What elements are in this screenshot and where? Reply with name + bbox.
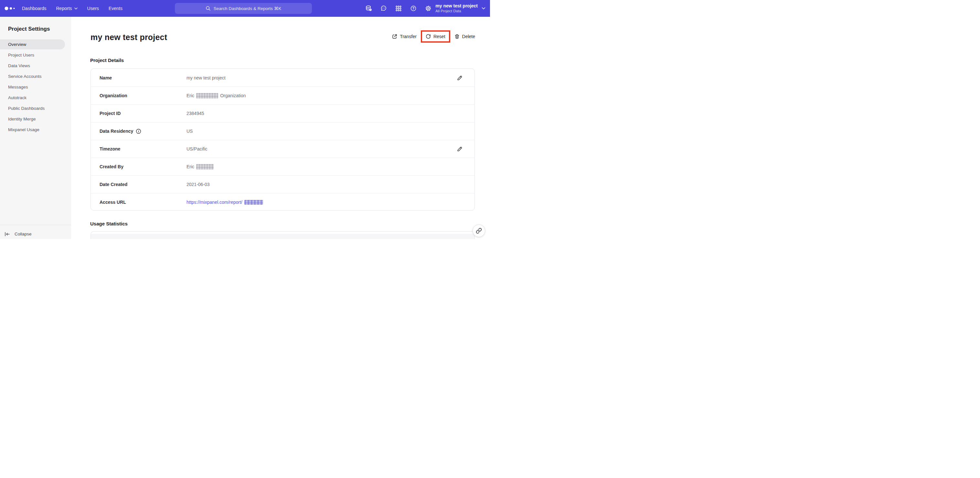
sidebar-item-overview[interactable]: Overview bbox=[0, 39, 71, 50]
top-navbar: Dashboards Reports Users Events Search D… bbox=[0, 0, 490, 17]
chevron-down-icon bbox=[482, 7, 485, 10]
copy-link-button[interactable] bbox=[473, 224, 485, 237]
edit-timezone-button[interactable] bbox=[457, 146, 463, 152]
project-switcher-text: my new test project All Project Data bbox=[435, 3, 478, 14]
organization-value-prefix: Eric bbox=[186, 93, 194, 98]
redacted-text bbox=[196, 164, 214, 170]
delete-label: Delete bbox=[462, 34, 475, 39]
nav-events-label: Events bbox=[108, 6, 123, 11]
nav-reports[interactable]: Reports bbox=[56, 6, 78, 11]
settings-sidebar: Project Settings Overview Project Users … bbox=[0, 17, 71, 239]
mixpanel-dots-icon bbox=[5, 6, 17, 11]
mixpanel-logo[interactable] bbox=[5, 0, 17, 17]
sidebar-item-label: Mixpanel Usage bbox=[8, 127, 40, 132]
sidebar-footer-divider bbox=[0, 225, 71, 225]
data-residency-value: US bbox=[186, 129, 192, 134]
nav-events[interactable]: Events bbox=[108, 6, 123, 11]
sidebar-item-label: Identity Merge bbox=[8, 117, 36, 121]
detail-row-access-url: Access URL https://mixpanel.com/report/ bbox=[91, 193, 474, 211]
info-icon[interactable]: i bbox=[136, 129, 141, 134]
created-by-value-prefix: Eric bbox=[186, 164, 194, 169]
date-created-label: Date Created bbox=[100, 182, 127, 187]
transfer-icon bbox=[392, 34, 397, 39]
svg-text:?: ? bbox=[412, 6, 414, 10]
usage-table-header bbox=[91, 234, 474, 239]
reset-highlight-annotation: Reset bbox=[421, 30, 450, 43]
collapse-label: Collapse bbox=[14, 232, 32, 237]
project-actions: Transfer Reset bbox=[392, 29, 475, 44]
sidebar-item-label: Overview bbox=[8, 42, 26, 47]
search-input[interactable]: Search Dashboards & Reports ⌘K bbox=[175, 3, 312, 14]
sidebar-item-project-users[interactable]: Project Users bbox=[0, 50, 71, 60]
sidebar-item-public-dashboards[interactable]: Public Dashboards bbox=[0, 103, 71, 114]
detail-row-date-created: Date Created 2021-06-03 bbox=[91, 175, 474, 193]
primary-nav: Dashboards Reports Users Events bbox=[22, 0, 123, 17]
nav-users-label: Users bbox=[87, 6, 99, 11]
sidebar-item-label: Messages bbox=[8, 85, 28, 89]
sidebar-item-autotrack[interactable]: Autotrack bbox=[0, 92, 71, 103]
organization-value-suffix: Organization bbox=[220, 93, 246, 98]
link-icon bbox=[476, 228, 482, 234]
main-content: my new test project Transfer bbox=[71, 17, 490, 239]
data-residency-label: Data Residency bbox=[100, 129, 133, 134]
nav-reports-label: Reports bbox=[56, 6, 72, 11]
sidebar-item-label: Service Accounts bbox=[8, 74, 42, 79]
sidebar-menu: Overview Project Users Data Views Servic… bbox=[0, 39, 71, 135]
reset-label: Reset bbox=[433, 34, 445, 39]
transfer-label: Transfer bbox=[400, 34, 417, 39]
detail-row-organization: Organization Eric Organization bbox=[91, 87, 474, 104]
page-title: my new test project bbox=[91, 33, 167, 42]
name-value: my new test project bbox=[186, 75, 226, 80]
redacted-text bbox=[244, 200, 263, 205]
search-placeholder: Search Dashboards & Reports ⌘K bbox=[214, 6, 281, 11]
access-url-link[interactable]: https://mixpanel.com/report/ bbox=[186, 200, 242, 205]
chevron-down-icon bbox=[74, 8, 78, 10]
reset-button[interactable]: Reset bbox=[426, 34, 445, 39]
transfer-button[interactable]: Transfer bbox=[392, 34, 417, 39]
collapse-arrow-icon bbox=[5, 232, 10, 237]
timezone-label: Timezone bbox=[100, 146, 120, 151]
delete-button[interactable]: Delete bbox=[455, 34, 475, 39]
timezone-value: US/Pacific bbox=[186, 146, 207, 151]
detail-row-created-by: Created By Eric bbox=[91, 157, 474, 175]
date-created-value: 2021-06-03 bbox=[186, 182, 210, 187]
detail-row-name: Name my new test project bbox=[91, 69, 474, 87]
edit-name-button[interactable] bbox=[457, 75, 463, 81]
mixpanel-project-settings-page: Dashboards Reports Users Events Search D… bbox=[0, 0, 490, 239]
apps-grid-icon[interactable] bbox=[395, 5, 402, 12]
trash-icon bbox=[455, 34, 460, 39]
access-url-label: Access URL bbox=[100, 200, 126, 205]
sidebar-item-data-views[interactable]: Data Views bbox=[0, 60, 71, 71]
help-icon[interactable]: ? bbox=[410, 5, 417, 12]
project-details-heading: Project Details bbox=[90, 57, 124, 63]
nav-dashboards[interactable]: Dashboards bbox=[22, 6, 46, 11]
nav-dashboards-label: Dashboards bbox=[22, 6, 46, 11]
feedback-bubble-icon[interactable] bbox=[380, 5, 387, 12]
redacted-text bbox=[196, 93, 218, 98]
data-management-icon[interactable] bbox=[366, 5, 372, 12]
created-by-label: Created By bbox=[100, 164, 124, 169]
sidebar-title: Project Settings bbox=[8, 26, 50, 32]
sidebar-item-mixpanel-usage[interactable]: Mixpanel Usage bbox=[0, 124, 71, 135]
sidebar-item-label: Data Views bbox=[8, 63, 30, 68]
sidebar-item-label: Public Dashboards bbox=[8, 106, 45, 111]
sidebar-item-messages[interactable]: Messages bbox=[0, 82, 71, 92]
project-switcher[interactable]: my new test project All Project Data bbox=[435, 0, 485, 17]
sidebar-item-label: Project Users bbox=[8, 52, 34, 57]
usage-statistics-heading: Usage Statistics bbox=[90, 221, 128, 226]
sidebar-item-identity-merge[interactable]: Identity Merge bbox=[0, 114, 71, 124]
navbar-icon-group: ? bbox=[366, 0, 431, 17]
sidebar-item-service-accounts[interactable]: Service Accounts bbox=[0, 71, 71, 82]
svg-text:i: i bbox=[138, 130, 139, 133]
detail-row-data-residency: Data Residency i US bbox=[91, 122, 474, 140]
project-id-value: 2384945 bbox=[186, 111, 204, 116]
nav-users[interactable]: Users bbox=[87, 6, 99, 11]
organization-label: Organization bbox=[100, 93, 127, 98]
collapse-sidebar-button[interactable]: Collapse bbox=[5, 229, 32, 239]
usage-statistics-card bbox=[91, 231, 475, 239]
settings-gear-icon[interactable] bbox=[425, 5, 431, 12]
current-project-scope: All Project Data bbox=[435, 9, 478, 14]
reset-icon bbox=[426, 34, 431, 39]
detail-row-project-id: Project ID 2384945 bbox=[91, 104, 474, 122]
sidebar-item-label: Autotrack bbox=[8, 95, 27, 100]
